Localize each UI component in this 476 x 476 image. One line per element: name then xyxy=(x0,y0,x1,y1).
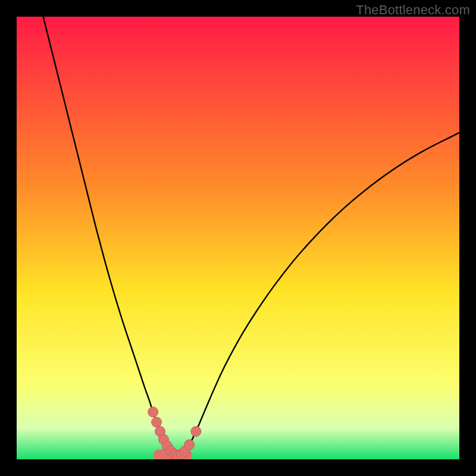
outer-frame: TheBottleneck.com xyxy=(0,0,476,476)
gradient-background xyxy=(17,17,459,459)
plot-area xyxy=(17,17,459,459)
marker-point xyxy=(152,417,162,427)
watermark-text: TheBottleneck.com xyxy=(356,2,470,18)
marker-point xyxy=(191,427,201,437)
marker-point xyxy=(148,407,158,417)
bottleneck-chart xyxy=(17,17,459,459)
marker-point xyxy=(184,440,195,450)
